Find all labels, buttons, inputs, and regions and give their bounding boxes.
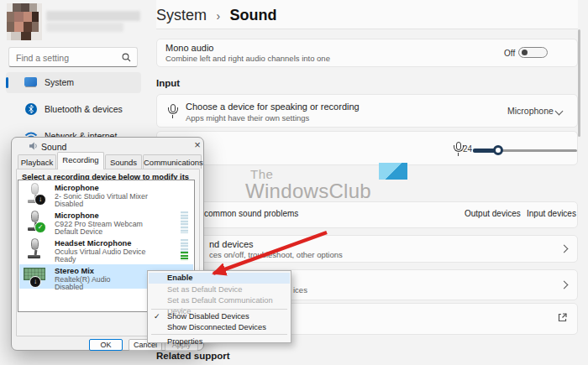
scrollbar[interactable] [578,29,580,137]
search-box[interactable] [8,47,138,67]
disabled-badge-icon: ↓ [34,194,46,206]
device-dropdown[interactable]: Microphone [507,106,554,116]
device-row[interactable]: Headset Microphone Oculus Virtual Audio … [19,237,193,264]
watermark-windowsclub: WindowsClub [245,180,371,203]
volume-slider-thumb[interactable] [493,145,503,155]
level-meter [181,239,188,252]
mono-audio-title: Mono audio [165,43,214,53]
menu-item-enable[interactable]: Enable [149,273,290,284]
bluetooth-icon [25,103,37,115]
output-devices-link[interactable]: Output devices [465,209,521,218]
ok-button[interactable]: OK [89,339,123,351]
level-meter-active [181,252,188,261]
check-icon: ✓ [154,311,160,322]
search-input[interactable] [9,48,117,66]
breadcrumb: System › Sound [156,7,277,24]
troubleshoot-text-fragment: common sound problems [204,209,298,218]
all-sound-devices-title-fragment: nd devices [209,239,254,249]
choose-device-subtitle: Apps might have their own settings [186,113,309,123]
speaker-icon [29,141,39,151]
all-sound-devices-subtitle-fragment: ces on/off, troubleshoot, other options [209,250,343,259]
breadcrumb-separator-icon: › [210,9,226,23]
mono-audio-subtitle: Combine left and right audio channels in… [165,54,330,63]
avatar[interactable] [7,3,42,40]
tab-communications[interactable]: Communications [143,154,202,169]
menu-item-properties[interactable]: Properties [149,336,290,347]
dialog-title: Sound [41,142,66,152]
input-devices-link[interactable]: Input devices [527,209,576,218]
volume-value: 24 [463,144,472,154]
related-support-header: Related support [156,351,230,361]
mono-audio-toggle[interactable] [518,47,548,58]
menu-separator [151,309,287,310]
user-email-redacted [46,23,123,32]
breadcrumb-parent[interactable]: System [156,7,207,23]
menu-item-set-default-communication[interactable]: Set as Default Communication Device [149,295,290,306]
mono-audio-toggle-label: Off [504,49,515,58]
user-name-redacted [46,11,140,21]
volume-mixer-subtitle-fragment: ices [293,285,307,295]
choose-device-title: Choose a device for speaking or recordin… [186,102,360,112]
level-meter [181,211,188,233]
selected-indicator [6,77,8,88]
windowsclub-logo [379,163,407,180]
context-menu: Enable Set as Default Device Set as Defa… [147,270,291,343]
tab-playback[interactable]: Playback [18,154,56,169]
menu-item-show-disabled[interactable]: ✓ Show Disabled Devices [149,311,290,322]
system-icon [24,77,37,86]
volume-card [156,131,578,165]
search-icon [122,53,131,62]
tab-sounds[interactable]: Sounds [105,154,142,169]
close-icon[interactable]: × [191,138,204,152]
volume-mic-icon [452,142,464,156]
microphone-icon [166,104,178,118]
device-row[interactable]: ↓ Microphone 2- Sonic Studio Virtual Mix… [19,181,193,209]
sidebar-item-system[interactable]: System [6,72,141,93]
menu-item-show-disconnected[interactable]: Show Disconnected Devices [149,322,290,333]
sidebar-item-bluetooth[interactable]: Bluetooth & devices [6,99,141,120]
toggle-knob [522,50,528,55]
tab-recording[interactable]: Recording [57,152,104,169]
device-row[interactable]: ✓ Microphone C922 Pro Stream Webcam Defa… [19,209,193,237]
headset-microphone-device-icon [24,238,46,262]
page-title: Sound [230,7,277,23]
menu-item-set-default-device[interactable]: Set as Default Device [149,284,290,295]
device-dropdown-value: Microphone [507,106,554,116]
default-device-badge-icon: ✓ [34,222,46,233]
disabled-badge-icon: ↓ [29,276,41,288]
menu-separator [151,334,287,335]
external-link-icon [557,312,568,323]
input-section-header: Input [156,78,180,88]
